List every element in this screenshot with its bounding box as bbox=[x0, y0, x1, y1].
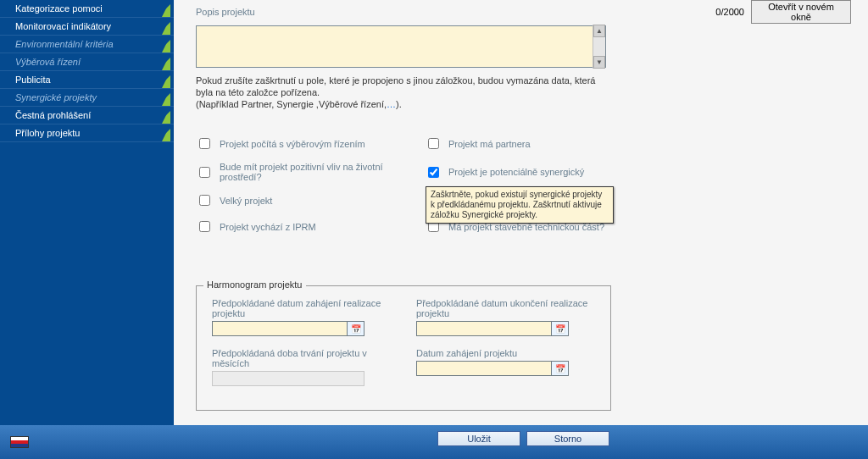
chk-velky-projekt[interactable]: Velký projekt bbox=[196, 192, 425, 208]
warning-note: Pokud zrušíte zaškrtnutí u pole, které j… bbox=[196, 75, 611, 110]
checkbox[interactable] bbox=[199, 221, 210, 232]
sidebar-label: Environmentální kritéria bbox=[15, 39, 114, 49]
checkbox[interactable] bbox=[199, 167, 210, 178]
fieldset-legend: Harmonogram projektu bbox=[203, 279, 306, 290]
sidebar-item-publicita[interactable]: Publicita bbox=[0, 71, 174, 89]
sidebar-item-cestna[interactable]: Čestná prohlášení bbox=[0, 107, 174, 124]
scrollbar[interactable]: ▲ ▼ bbox=[593, 25, 605, 69]
actual-start-label: Datum zahájení projektu bbox=[416, 348, 595, 358]
sidebar-label: Synergické projekty bbox=[15, 92, 97, 102]
sidebar-label: Publicita bbox=[15, 75, 51, 85]
description-label: Popis projektu bbox=[196, 7, 255, 17]
start-date-input[interactable] bbox=[212, 321, 348, 336]
end-date-label: Předpokládané datum ukončení realizace p… bbox=[416, 298, 595, 318]
checkbox[interactable] bbox=[199, 195, 210, 206]
checkbox[interactable] bbox=[428, 138, 439, 149]
sidebar-label: Monitorovací indikátory bbox=[15, 21, 111, 31]
sidebar-label: Kategorizace pomoci bbox=[15, 3, 103, 14]
chk-iprm[interactable]: Projekt vychází z IPRM bbox=[196, 218, 425, 235]
scroll-down-icon[interactable]: ▼ bbox=[593, 56, 605, 69]
chk-synergicky[interactable]: Projekt je potenciálně synergický bbox=[425, 162, 645, 182]
flag-icon[interactable] bbox=[10, 436, 29, 448]
calendar-icon[interactable]: 📅 bbox=[348, 321, 364, 336]
checkbox-grid: Projekt počítá s výběrovým řízením Proje… bbox=[196, 135, 851, 235]
sidebar-label: Čestná prohlášení bbox=[15, 110, 91, 120]
main-content: Popis projektu 0/2000 Otevřít v novém ok… bbox=[174, 0, 868, 425]
sidebar-label: Přílohy projektu bbox=[15, 128, 80, 138]
harmonogram-fieldset: Harmonogram projektu Předpokládané datum… bbox=[196, 285, 611, 411]
save-button[interactable]: Uložit bbox=[437, 431, 520, 446]
description-textarea[interactable] bbox=[196, 25, 606, 68]
duration-input[interactable] bbox=[212, 371, 364, 386]
sidebar-label: Výběrová řízení bbox=[15, 57, 81, 67]
sidebar-item-environmentalni[interactable]: Environmentální kritéria bbox=[0, 36, 174, 53]
char-counter: 0/2000 bbox=[715, 7, 744, 17]
actual-start-input[interactable] bbox=[416, 361, 552, 376]
calendar-icon[interactable]: 📅 bbox=[552, 321, 569, 336]
chk-partner[interactable]: Projekt má partnera bbox=[425, 135, 645, 152]
calendar-icon[interactable]: 📅 bbox=[552, 361, 569, 376]
sidebar: Kategorizace pomoci Monitorovací indikát… bbox=[0, 0, 174, 425]
cancel-button[interactable]: Storno bbox=[526, 431, 609, 446]
duration-label: Předpokládaná doba trvání projektu v měs… bbox=[212, 348, 391, 368]
start-date-label: Předpokládané datum zahájení realizace p… bbox=[212, 298, 391, 318]
checkbox[interactable] bbox=[428, 167, 439, 178]
chk-zivotni-prostredi[interactable]: Bude mít projekt pozitivní vliv na život… bbox=[196, 162, 425, 182]
checkbox[interactable] bbox=[199, 138, 210, 149]
sidebar-item-vyberova[interactable]: Výběrová řízení bbox=[0, 53, 174, 71]
sidebar-item-monitorovaci[interactable]: Monitorovací indikátory bbox=[0, 18, 174, 36]
chk-vyberove-rizeni[interactable]: Projekt počítá s výběrovým řízením bbox=[196, 135, 425, 152]
open-new-window-button[interactable]: Otevřít v novém okně bbox=[751, 0, 851, 24]
tooltip: Zaškrtněte, pokud existují synergické pr… bbox=[426, 186, 614, 224]
sidebar-item-kategorizace[interactable]: Kategorizace pomoci bbox=[0, 0, 174, 18]
end-date-input[interactable] bbox=[416, 321, 552, 336]
scroll-up-icon[interactable]: ▲ bbox=[593, 25, 605, 37]
sidebar-item-prilohy[interactable]: Přílohy projektu bbox=[0, 124, 174, 142]
sidebar-item-synergicke[interactable]: Synergické projekty bbox=[0, 89, 174, 107]
